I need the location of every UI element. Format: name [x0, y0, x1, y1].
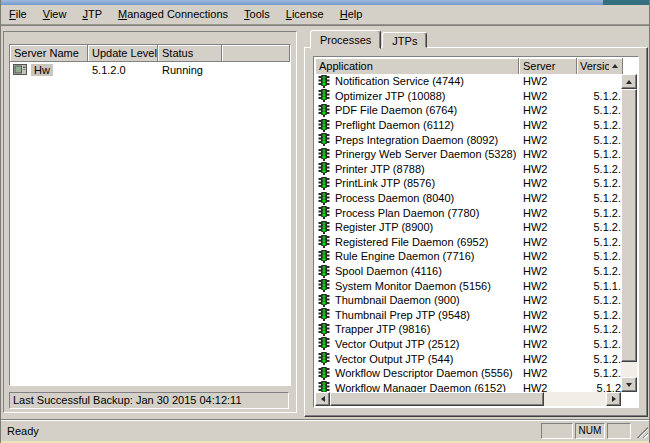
scroll-down-icon[interactable] — [621, 377, 637, 392]
version-cell: 5.1.2. — [577, 90, 621, 102]
process-row[interactable]: Workflow Manager Daemon (6152)HW25.1.2 — [315, 380, 621, 392]
server-cell: HW2 — [519, 280, 577, 292]
column-header-server-name[interactable]: Server Name — [10, 45, 88, 62]
traffic-light-icon — [318, 192, 330, 205]
server-cell: HW2 — [519, 265, 577, 277]
process-row[interactable]: Process Daemon (8040)HW25.1.2. — [315, 191, 621, 206]
client-area: Server Name Update Level Status Hw5.1.2.… — [1, 25, 649, 420]
column-header-server[interactable]: Server — [519, 58, 577, 75]
vertical-scrollbar[interactable] — [621, 74, 637, 392]
tab-jtps[interactable]: JTPs — [382, 32, 427, 48]
application-cell: PrintLink JTP (8576) — [315, 177, 519, 190]
server-row[interactable]: Hw5.1.2.0Running — [10, 62, 290, 78]
version-cell: 5.1.2. — [577, 367, 621, 379]
vertical-scroll-thumb[interactable] — [621, 89, 637, 362]
update-level-cell: 5.1.2.0 — [88, 64, 158, 76]
resize-grip-icon[interactable] — [635, 425, 648, 438]
version-cell: 5.1.2. — [577, 192, 621, 204]
traffic-light-icon — [318, 250, 330, 263]
process-row[interactable]: Prinergy Web Server Daemon (5328)HW25.1.… — [315, 147, 621, 162]
server-cell: HW2 — [519, 104, 577, 116]
application-cell: System Monitor Daemon (5156) — [315, 279, 519, 292]
process-name: System Monitor Daemon (5156) — [335, 280, 491, 292]
scroll-left-icon[interactable] — [315, 392, 330, 406]
process-list: Application Server Version Notification … — [313, 56, 639, 408]
version-cell: 5.1.2. — [577, 265, 621, 277]
process-name: Thumbnail Prep JTP (9548) — [335, 309, 470, 321]
server-cell: HW2 — [519, 309, 577, 321]
process-name: Workflow Descriptor Daemon (5556) — [335, 367, 513, 379]
process-row[interactable]: Trapper JTP (9816)HW25.1.2. — [315, 322, 621, 337]
process-row[interactable]: System Monitor Daemon (5156)HW25.1.1. — [315, 278, 621, 293]
application-cell: Vector Output JTP (2512) — [315, 337, 519, 350]
server-cell: HW2 — [519, 367, 577, 379]
process-name: Trapper JTP (9816) — [335, 323, 430, 335]
menu-tools[interactable]: Tools — [236, 6, 278, 23]
server-name-label: Hw — [31, 64, 53, 76]
server-cell: HW2 — [519, 323, 577, 335]
traffic-light-icon — [318, 279, 330, 292]
column-header-empty[interactable] — [222, 45, 290, 62]
server-cell: HW2 — [519, 134, 577, 146]
menu-jtp[interactable]: JTP — [74, 6, 110, 23]
process-row[interactable]: PDF File Daemon (6764)HW25.1.2. — [315, 103, 621, 118]
column-header-version[interactable]: Version — [577, 58, 623, 75]
process-row[interactable]: Spool Daemon (4116)HW25.1.2. — [315, 264, 621, 279]
process-row[interactable]: Thumbnail Daemon (900)HW25.1.2. — [315, 293, 621, 308]
server-rows: Hw5.1.2.0Running — [10, 62, 290, 78]
application-cell: Prinergy Web Server Daemon (5328) — [315, 148, 519, 161]
process-row[interactable]: Process Plan Daemon (7780)HW25.1.2. — [315, 205, 621, 220]
traffic-light-icon — [318, 119, 330, 132]
scroll-up-icon[interactable] — [621, 74, 637, 89]
application-cell: Vector Output JTP (544) — [315, 352, 519, 365]
menu-managed-connections[interactable]: Managed Connections — [110, 6, 236, 23]
traffic-light-icon — [318, 177, 330, 190]
version-cell: 5.1.2. — [577, 309, 621, 321]
process-row[interactable]: Workflow Descriptor Daemon (5556)HW25.1.… — [315, 366, 621, 381]
version-cell: 5.1.2. — [577, 323, 621, 335]
process-row[interactable]: Register JTP (8900)HW25.1.2. — [315, 220, 621, 235]
server-cell: HW2 — [519, 221, 577, 233]
application-cell: Trapper JTP (9816) — [315, 323, 519, 336]
process-row[interactable]: Vector Output JTP (2512)HW25.1.2. — [315, 337, 621, 352]
process-row[interactable]: Printer JTP (8788)HW25.1.2. — [315, 162, 621, 177]
process-row[interactable]: Notification Service (4744)HW2 — [315, 74, 621, 89]
column-header-update-level[interactable]: Update Level — [88, 45, 158, 62]
server-cell: HW2 — [519, 294, 577, 306]
column-header-status[interactable]: Status — [158, 45, 222, 62]
process-name: Process Daemon (8040) — [335, 192, 454, 204]
traffic-light-icon — [318, 104, 330, 117]
server-cell: HW2 — [519, 148, 577, 160]
application-cell: Printer JTP (8788) — [315, 162, 519, 175]
menu-view[interactable]: View — [35, 6, 75, 23]
process-row[interactable]: Thumbnail Prep JTP (9548)HW25.1.2. — [315, 308, 621, 323]
process-row[interactable]: Preflight Daemon (6112)HW25.1.2. — [315, 118, 621, 133]
process-name: Preflight Daemon (6112) — [335, 119, 454, 131]
tab-processes[interactable]: Processes — [310, 30, 381, 49]
version-cell: 5.1.2. — [577, 338, 621, 350]
process-row[interactable]: Rule Engine Daemon (7716)HW25.1.2. — [315, 249, 621, 264]
status-panel-num: NUM — [575, 423, 605, 439]
horizontal-scrollbar[interactable] — [315, 392, 621, 406]
sort-ascending-icon — [609, 61, 620, 72]
process-row[interactable]: PrintLink JTP (8576)HW25.1.2. — [315, 176, 621, 191]
application-cell: Process Daemon (8040) — [315, 192, 519, 205]
menu-help[interactable]: Help — [332, 6, 371, 23]
process-row[interactable]: Preps Integration Daemon (8092)HW25.1.2. — [315, 132, 621, 147]
application-cell: Rule Engine Daemon (7716) — [315, 250, 519, 263]
application-cell: Workflow Manager Daemon (6152) — [315, 381, 519, 392]
traffic-light-icon — [318, 235, 330, 248]
process-row[interactable]: Registered File Daemon (6952)HW25.1.2. — [315, 235, 621, 250]
column-header-application[interactable]: Application — [315, 58, 519, 75]
process-row[interactable]: Optimizer JTP (10088)HW25.1.2. — [315, 89, 621, 104]
horizontal-scroll-thumb[interactable] — [330, 392, 544, 406]
process-row[interactable]: Vector Output JTP (544)HW25.1.2. — [315, 351, 621, 366]
menu-file[interactable]: File — [1, 6, 35, 23]
menu-license[interactable]: License — [278, 6, 332, 23]
process-name: Notification Service (4744) — [335, 75, 464, 87]
traffic-light-icon — [318, 89, 330, 102]
horizontal-scroll-track[interactable] — [544, 392, 606, 406]
application-cell: Process Plan Daemon (7780) — [315, 206, 519, 219]
scroll-right-icon[interactable] — [606, 392, 621, 406]
traffic-light-icon — [318, 381, 330, 392]
